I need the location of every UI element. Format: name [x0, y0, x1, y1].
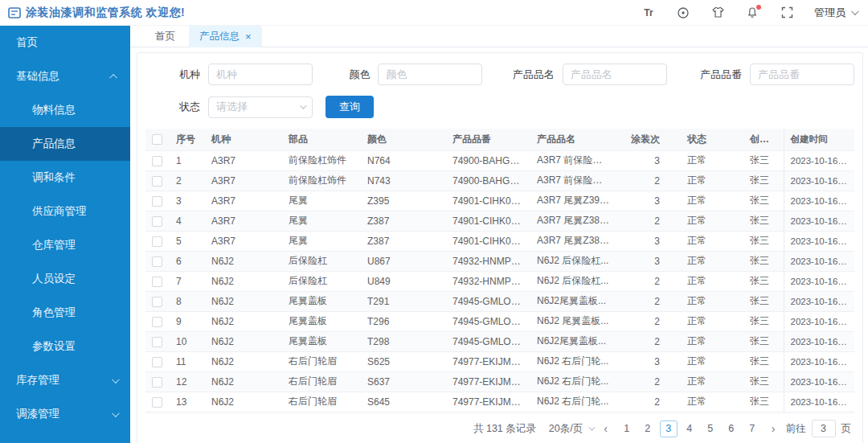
chevron-down-icon: [112, 375, 120, 384]
sidebar-item[interactable]: 库存管理: [0, 363, 130, 397]
table-cell: 张三: [743, 231, 784, 251]
row-checkbox[interactable]: [152, 317, 162, 327]
table-cell: 2: [616, 271, 681, 291]
table-cell: N6J2: [205, 251, 282, 271]
sidebar-item[interactable]: 基础信息: [0, 59, 130, 93]
row-checkbox[interactable]: [152, 337, 162, 347]
table-cell: 74977-EKIJM0...: [446, 351, 530, 371]
row-checkbox[interactable]: [152, 256, 162, 267]
table-header-row: 序号机种部品颜色产品品番产品品名涂装次状态创建者创建时间: [145, 129, 854, 150]
row-checkbox-cell: [145, 392, 170, 412]
table-cell: 张三: [743, 392, 784, 412]
page-number-button[interactable]: 6: [723, 420, 740, 437]
row-checkbox[interactable]: [152, 357, 162, 367]
row-checkbox[interactable]: [152, 196, 162, 207]
user-menu[interactable]: 管理员: [814, 6, 857, 20]
status-select[interactable]: 请选择: [208, 96, 313, 118]
sidebar-item[interactable]: 人员设定: [0, 262, 130, 296]
page-number-button[interactable]: 1: [618, 420, 636, 437]
page-number-button[interactable]: 3: [660, 420, 678, 437]
page-number-button[interactable]: 4: [681, 420, 698, 437]
table-cell: A3R7: [205, 231, 282, 251]
language-icon[interactable]: Tr: [641, 6, 656, 20]
row-checkbox-cell: [145, 251, 170, 271]
sidebar-item-label: 物料信息: [32, 103, 76, 117]
row-checkbox[interactable]: [152, 397, 162, 408]
column-header: 状态: [681, 129, 743, 150]
table-cell: 张三: [743, 191, 784, 211]
row-checkbox[interactable]: [152, 277, 162, 287]
row-checkbox[interactable]: [152, 297, 162, 307]
table-cell: 2: [616, 371, 681, 392]
goto-page-input[interactable]: [812, 420, 836, 437]
table-row: 10N6J2尾翼盖板T29874945-GMLO0...N6J2尾翼盖板...2…: [145, 331, 854, 351]
sidebar-menu: 首页基础信息物料信息产品信息调和条件供应商管理仓库管理人员设定角色管理参数设置库…: [0, 26, 130, 443]
table-cell: 张三: [743, 251, 784, 271]
table-cell: 尾翼: [282, 211, 361, 231]
fullscreen-icon[interactable]: [780, 6, 794, 20]
row-checkbox[interactable]: [152, 377, 162, 388]
filter-form: 机种 颜色 产品品名 产品品番: [145, 64, 854, 129]
help-circle-icon[interactable]: [676, 6, 690, 20]
table-cell: N6J2 尾翼盖板...: [530, 311, 616, 331]
page-number-button[interactable]: 7: [743, 420, 761, 437]
row-checkbox[interactable]: [152, 236, 162, 247]
page-number-button[interactable]: 2: [639, 420, 657, 437]
table-cell: 2: [616, 170, 681, 191]
notification-bell-icon[interactable]: [745, 6, 760, 20]
search-button[interactable]: 查询: [326, 96, 374, 118]
app-title: 涂装油漆调和监管系统 欢迎您!: [26, 6, 185, 20]
goto-page: 前往 页: [786, 420, 852, 437]
table-cell: 74900-BAHG00...: [446, 150, 530, 170]
table-cell: 5: [170, 231, 205, 251]
table-cell: 2023-10-16 00:...: [784, 211, 854, 231]
sidebar-item-label: 产品信息: [32, 137, 76, 151]
sidebar-item-label: 首页: [16, 35, 38, 50]
topbar-actions: Tr 管理员: [641, 6, 857, 20]
table-cell: 张三: [743, 331, 784, 351]
page-number-button[interactable]: 5: [702, 420, 719, 437]
chevron-down-icon: [112, 409, 120, 417]
product-number-input[interactable]: [750, 64, 854, 85]
sidebar-item[interactable]: 首页: [0, 26, 130, 59]
sidebar-item[interactable]: 角色管理: [0, 296, 130, 330]
machine-type-input[interactable]: [208, 64, 313, 85]
table-cell: T296: [361, 311, 446, 331]
row-checkbox-cell: [145, 211, 170, 231]
sidebar-item[interactable]: 调漆管理: [0, 397, 130, 431]
sidebar-item[interactable]: 参数设置: [0, 330, 130, 363]
row-checkbox[interactable]: [152, 216, 162, 227]
row-checkbox-cell: [145, 331, 170, 351]
sidebar-item[interactable]: 物料信息: [0, 93, 130, 127]
page-size-select[interactable]: 20条/页: [549, 422, 593, 436]
column-header: 创建者: [743, 129, 784, 150]
tab-item[interactable]: 首页: [145, 26, 186, 47]
sidebar-item[interactable]: 产品信息: [0, 127, 130, 161]
table-cell: A3R7 尾翼Z387...: [530, 231, 616, 251]
row-checkbox[interactable]: [152, 156, 162, 166]
table-cell: A3R7: [205, 211, 282, 231]
prev-page-button[interactable]: ‹: [601, 422, 610, 435]
page-numbers: 1234567: [618, 420, 761, 437]
product-number-label: 产品品番: [700, 68, 742, 82]
row-checkbox[interactable]: [152, 176, 162, 187]
row-checkbox-cell: [145, 150, 170, 170]
product-name-input[interactable]: [563, 64, 667, 85]
sidebar-item[interactable]: 仓库管理: [0, 228, 130, 262]
sidebar-item[interactable]: 调和条件: [0, 161, 130, 195]
tab-active[interactable]: 产品信息×: [189, 26, 262, 47]
color-input[interactable]: [378, 64, 482, 85]
theme-shirt-icon[interactable]: [710, 6, 725, 20]
table-cell: 13: [170, 392, 205, 412]
table-cell: 后保险杠: [282, 251, 361, 271]
close-icon[interactable]: ×: [245, 31, 252, 42]
select-all-checkbox[interactable]: [152, 134, 162, 145]
table-cell: A3R7 尾翼Z395...: [530, 191, 616, 211]
app-logo-icon: [8, 7, 21, 18]
sidebar-item[interactable]: 供应商管理: [0, 195, 130, 228]
table-cell: 8: [170, 291, 205, 311]
table-cell: T291: [361, 291, 446, 311]
table-cell: 张三: [743, 311, 784, 331]
table-cell: 正常: [681, 251, 743, 271]
next-page-button[interactable]: ›: [769, 422, 778, 435]
